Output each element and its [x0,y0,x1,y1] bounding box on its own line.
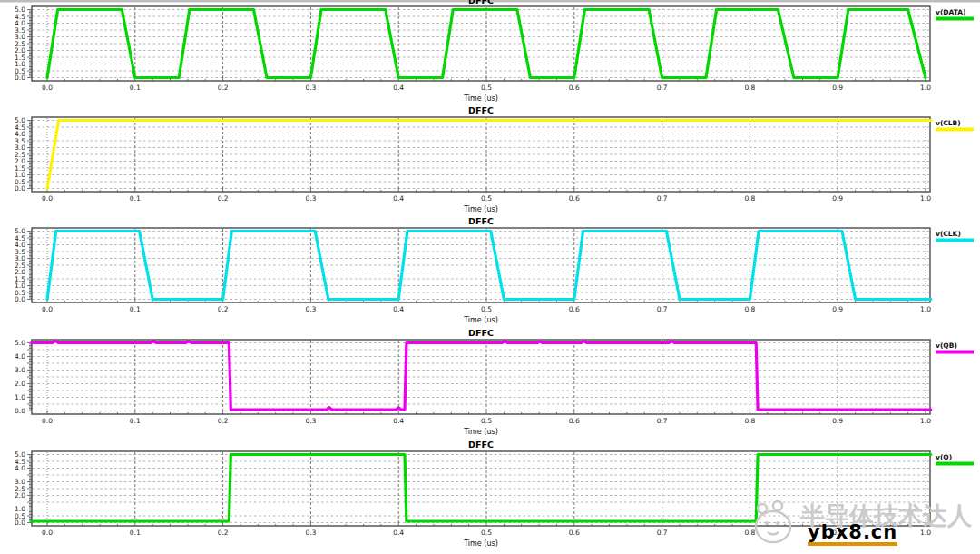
x-tick-label: 0.6 [569,194,580,203]
legend-label: v(DATA) [936,8,966,16]
x-tick-label: 0.7 [657,194,668,203]
x-tick-label: 1.0 [920,194,931,203]
waveform-v-q [32,455,931,522]
waveform-v-qb [32,341,931,410]
legend-swatch [936,128,974,132]
x-tick-label: 0.2 [218,84,229,92]
x-tick-label: 0.9 [832,84,843,92]
x-tick-label: 0.8 [744,417,755,425]
x-tick-label: 0.9 [832,305,843,313]
y-tick-label: 2.0 [15,380,25,388]
x-tick-label: 0.3 [305,194,316,203]
x-axis-label: Time (us) [463,428,498,436]
y-tick-label: 1.0 [15,505,25,513]
x-tick-label: 0.5 [481,417,492,425]
panel-v-qb: DFFC0.00.10.20.30.40.50.60.70.80.91.00.0… [15,328,974,437]
panel-v-data: DFFC0.00.10.20.30.40.50.60.70.80.91.00.0… [15,0,974,103]
x-axis-label: Time (us) [463,316,498,324]
x-tick-label: 0.7 [657,84,668,92]
x-tick-label: 0.8 [744,194,755,203]
x-tick-label: 0.1 [130,84,141,92]
y-tick-label: 5.0 [15,116,25,124]
legend-swatch [936,351,974,354]
x-tick-label: 0.6 [569,529,580,537]
x-tick-label: 0.2 [218,305,229,313]
panel-title: DFFC [468,0,494,5]
x-tick-label: 0.5 [481,194,492,203]
x-tick-label: 0.5 [481,84,492,92]
x-tick-label: 0.6 [569,417,580,425]
y-tick-label: 5.0 [15,227,25,235]
y-tick-label: 0.0 [15,407,25,415]
panel-title: DFFC [468,440,494,450]
x-tick-label: 0.2 [218,194,229,203]
x-tick-label: 0.3 [305,417,316,425]
legend-swatch [936,17,974,21]
x-tick-label: 0.7 [657,305,668,313]
y-tick-label: 4.0 [15,352,25,361]
x-tick-label: 0.0 [42,417,53,425]
x-tick-label: 0.2 [218,417,229,425]
x-tick-label: 0.4 [393,417,404,425]
x-tick-label: 0.0 [42,529,53,537]
legend-label: v(CLB) [936,119,961,127]
x-axis-label: Time (us) [463,205,498,213]
panel-v-q: DFFC0.00.10.20.30.40.50.60.70.80.91.00.0… [15,440,974,549]
legend-label: v(Q) [936,453,952,461]
x-axis-label: Time (us) [463,94,498,103]
legend-swatch [936,239,974,242]
y-tick-label: 5.0 [15,339,25,347]
x-tick-label: 0.4 [393,194,404,203]
y-tick-label: 5.0 [15,5,25,14]
x-tick-label: 0.1 [130,417,141,425]
panel-v-clk: DFFC0.00.10.20.30.40.50.60.70.80.91.00.0… [15,216,974,325]
x-tick-label: 0.1 [130,305,141,313]
x-tick-label: 1.0 [920,529,931,537]
x-axis-label: Time (us) [463,539,498,548]
panel-v-clb: DFFC0.00.10.20.30.40.50.60.70.80.91.00.0… [15,105,974,214]
panel-title: DFFC [468,328,494,338]
x-tick-label: 1.0 [920,84,931,92]
x-tick-label: 0.0 [42,194,53,203]
legend-label: v(QB) [936,341,957,350]
panel-title: DFFC [468,105,494,115]
x-tick-label: 0.5 [481,529,492,537]
x-tick-label: 0.9 [832,417,843,425]
legend-label: v(CLK) [936,230,961,238]
y-tick-label: 3.0 [15,366,25,374]
y-tick-label: 5.0 [15,450,25,459]
x-tick-label: 0.1 [130,194,141,203]
waveform-viewer: DFFC0.00.10.20.30.40.50.60.70.80.91.00.0… [0,0,980,554]
waveform-chart: DFFC0.00.10.20.30.40.50.60.70.80.91.00.0… [0,0,980,554]
x-tick-label: 0.6 [569,305,580,313]
x-tick-label: 0.8 [744,305,755,313]
x-tick-label: 0.9 [832,529,843,537]
x-tick-label: 1.0 [920,305,931,313]
panel-title: DFFC [468,216,494,226]
x-tick-label: 0.3 [305,305,316,313]
x-tick-label: 0.4 [393,529,404,537]
x-tick-label: 1.0 [920,417,931,425]
x-tick-label: 0.0 [42,84,53,92]
x-tick-label: 0.7 [657,417,668,425]
x-tick-label: 0.3 [305,84,316,92]
x-tick-label: 0.4 [393,305,404,313]
x-tick-label: 0.7 [657,529,668,537]
y-tick-label: 3.0 [15,478,25,486]
x-tick-label: 0.0 [42,305,53,313]
x-tick-label: 0.8 [744,84,755,92]
x-tick-label: 0.1 [130,529,141,537]
legend-swatch [936,462,974,466]
x-tick-label: 0.9 [832,194,843,203]
x-tick-label: 0.5 [481,305,492,313]
x-tick-label: 0.4 [393,84,404,92]
x-tick-label: 0.8 [744,529,755,537]
x-tick-label: 0.2 [218,529,229,537]
y-tick-label: 1.0 [15,393,25,401]
x-tick-label: 0.6 [569,84,580,92]
x-tick-label: 0.3 [305,529,316,537]
